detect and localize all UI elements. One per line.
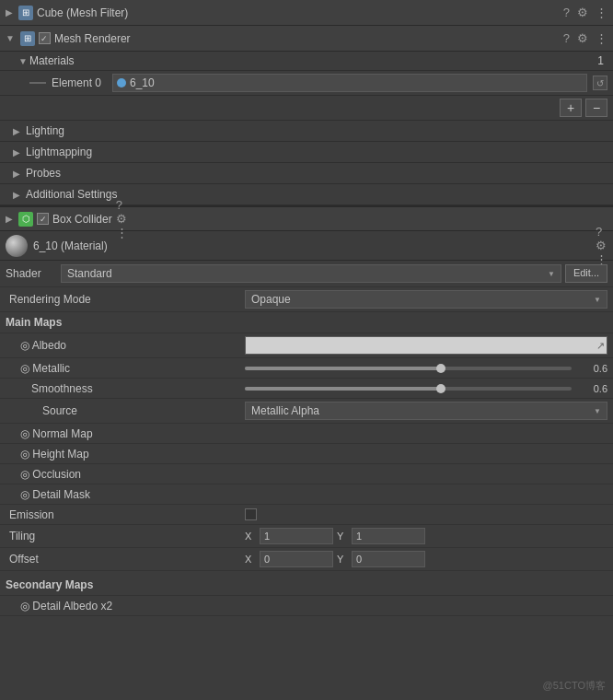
action-buttons: + − [0,96,613,121]
source-label: Source [6,404,245,417]
emission-checkbox[interactable] [245,508,257,520]
help-icon-box[interactable]: ? [116,198,128,212]
element-label: Element 0 [52,76,107,89]
smoothness-slider-container: 0.6 [245,383,607,394]
metallic-slider-thumb[interactable] [436,364,445,373]
edit-button[interactable]: Edit... [565,264,607,283]
source-row: Source Metallic Alpha ▼ [0,399,613,424]
rendering-mode-dropdown[interactable]: Opaque ▼ [245,290,607,309]
main-maps-label: Main Maps [6,316,62,329]
menu-icon-renderer[interactable]: ⋮ [596,31,607,45]
rendering-dropdown-arrow: ▼ [594,296,601,304]
lighting-label: Lighting [26,124,64,137]
add-material-btn[interactable]: + [560,99,582,117]
box-collider-icons: ? ⚙ ⋮ [116,198,128,239]
additional-settings-row[interactable]: ▶ Additional Settings [0,184,613,205]
tiling-y-label: Y [337,531,348,542]
lightmapping-row[interactable]: ▶ Lightmapping [0,142,613,163]
box-collider-checkbox[interactable] [37,213,49,225]
remove-material-btn[interactable]: − [585,99,607,117]
collapse-arrow-probes: ▶ [13,169,20,179]
offset-xy-fields: X Y [245,551,607,567]
source-text: Metallic Alpha [251,404,319,417]
material-icons: ? ⚙ ⋮ [596,225,607,266]
collapse-arrow-additional: ▶ [13,190,20,200]
settings-icon-box[interactable]: ⚙ [116,212,128,226]
settings-icon-renderer[interactable]: ⚙ [577,31,588,45]
occlusion-row: ◎ Occlusion [0,464,613,484]
mesh-renderer-checkbox[interactable] [39,32,51,44]
tiling-row: Tiling X Y [0,525,613,548]
refresh-btn[interactable]: ↺ [593,76,607,90]
element-row: Element 0 6_10 ↺ [0,71,613,96]
metallic-value: 0.6 [245,363,607,374]
height-map-label: ◎ Height Map [6,448,245,461]
watermark: @51CTO博客 [543,679,606,693]
offset-value: X Y [245,551,607,567]
rendering-mode-value: Opaque ▼ [245,290,607,309]
shader-dropdown-arrow: ▼ [548,270,555,278]
offset-y-input[interactable] [352,551,425,567]
additional-settings-label: Additional Settings [26,188,117,201]
shader-label: Shader [6,267,61,280]
source-value: Metallic Alpha ▼ [245,402,607,420]
mesh-renderer-icon: ⊞ [20,31,35,46]
material-field[interactable]: 6_10 [112,74,587,92]
detail-mask-row: ◎ Detail Mask [0,484,613,505]
metallic-label: ◎ Metallic [6,362,245,375]
smoothness-slider-thumb[interactable] [436,384,445,393]
emission-row: Emission [0,505,613,525]
metallic-slider-track[interactable] [245,367,572,370]
help-icon-material[interactable]: ? [596,225,607,239]
lighting-row[interactable]: ▶ Lighting [0,121,613,142]
smoothness-slider-track[interactable] [245,387,572,391]
color-pick-icon: ↗ [596,340,605,352]
rendering-mode-label: Rendering Mode [6,293,245,306]
normal-map-row: ◎ Normal Map [0,424,613,444]
tiling-label: Tiling [6,530,245,542]
material-sphere-icon [6,235,28,257]
collapse-arrow-box[interactable]: ▶ [6,214,13,224]
height-map-row: ◎ Height Map [0,444,613,464]
albedo-label: ◎ Albedo [6,339,245,352]
normal-map-label: ◎ Normal Map [6,427,245,440]
help-icon-renderer[interactable]: ? [563,31,570,45]
settings-icon-mesh[interactable]: ⚙ [577,6,588,19]
shader-dropdown[interactable]: Standard ▼ [61,264,561,283]
rendering-mode-row: Rendering Mode Opaque ▼ [0,287,613,312]
smoothness-value: 0.6 [245,383,607,394]
collapse-arrow-materials[interactable]: ▼ [18,56,28,66]
collapse-arrow-lightmapping: ▶ [13,147,20,158]
menu-icon-box[interactable]: ⋮ [116,226,128,239]
metallic-slider-value: 0.6 [575,363,607,374]
help-icon-mesh[interactable]: ? [563,6,570,19]
material-title: 6_10 (Material) [33,239,590,252]
tiling-x-label: X [245,531,256,542]
mesh-filter-icons: ? ⚙ ⋮ [563,6,607,19]
albedo-color-field[interactable]: ↗ [245,336,607,355]
albedo-value: ↗ [245,336,607,355]
detail-mask-label: ◎ Detail Mask [6,488,245,501]
tiling-y-input[interactable] [352,528,425,544]
source-dropdown[interactable]: Metallic Alpha ▼ [245,402,607,420]
menu-icon-mesh[interactable]: ⋮ [596,6,607,19]
collapse-arrow-mesh[interactable]: ▶ [6,7,13,18]
collapse-arrow-lighting: ▶ [13,126,20,136]
material-dot [117,78,126,88]
materials-row: ▼ Materials 1 [0,52,613,71]
offset-label: Offset [6,553,245,566]
offset-y-label: Y [337,554,348,565]
mesh-renderer-title: Mesh Renderer [54,32,560,45]
lightmapping-label: Lightmapping [26,146,92,158]
albedo-row: ◎ Albedo ↗ [0,333,613,358]
probes-row[interactable]: ▶ Probes [0,163,613,184]
tiling-x-input[interactable] [260,528,333,544]
offset-x-input[interactable] [260,551,333,567]
box-collider-header: ▶ ⬡ Box Collider ? ⚙ ⋮ [0,205,613,231]
settings-icon-material[interactable]: ⚙ [596,239,607,252]
materials-count: 1 [597,54,604,67]
emission-label: Emission [6,508,245,521]
materials-label: Materials [29,54,597,67]
collapse-arrow-renderer[interactable]: ▼ [6,33,15,43]
tiling-xy-fields: X Y [245,528,607,544]
